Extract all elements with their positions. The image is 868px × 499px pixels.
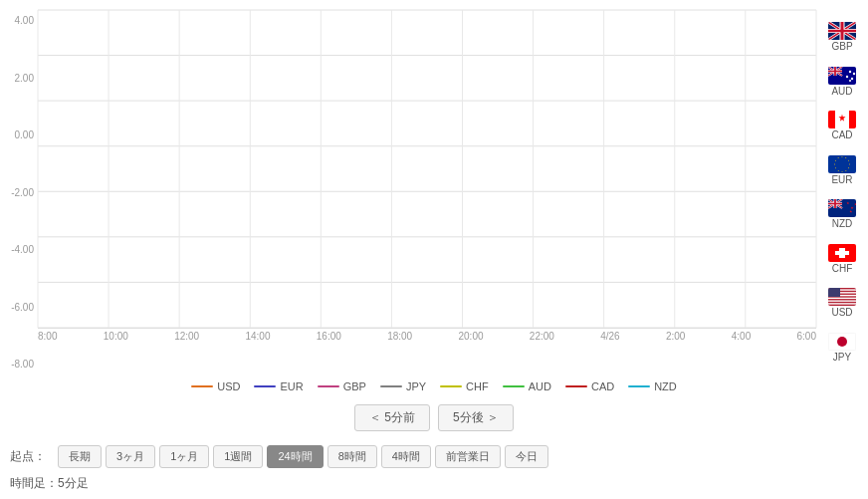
currency-sidebar: GBP xyxy=(816,10,868,374)
nav-buttons-row: ＜ 5分前 5分後 ＞ xyxy=(0,398,868,437)
legend-cad: CAD xyxy=(565,380,614,392)
sidebar-gbp-label: GBP xyxy=(831,41,852,52)
x-label-1: 10:00 xyxy=(104,331,128,342)
period-prev-day[interactable]: 前営業日 xyxy=(435,445,501,468)
legend-nzd-line xyxy=(628,385,650,387)
flag-gbp-icon xyxy=(828,22,856,40)
legend-cad-line xyxy=(565,385,587,387)
svg-rect-48 xyxy=(828,155,856,173)
svg-point-41 xyxy=(846,76,848,78)
x-label-10: 4:00 xyxy=(732,331,751,342)
legend-nzd: NZD xyxy=(628,380,677,392)
x-label-8: 4/26 xyxy=(600,331,619,342)
sidebar-nzd-label: NZD xyxy=(832,218,853,229)
y-label-4: 4.00 xyxy=(0,15,38,26)
legend-cad-label: CAD xyxy=(591,380,614,392)
y-label-n4: -4.00 xyxy=(0,244,38,255)
line-chart xyxy=(38,10,816,328)
flag-chf-icon xyxy=(828,244,856,262)
flag-usd-icon xyxy=(828,288,856,306)
svg-rect-77 xyxy=(835,251,849,255)
period-today[interactable]: 今日 xyxy=(505,445,548,468)
legend-aud: AUD xyxy=(503,380,551,392)
legend-gbp: GBP xyxy=(318,380,366,392)
x-axis: 8:00 10:00 12:00 14:00 16:00 18:00 20:00… xyxy=(0,329,816,342)
bottom-section: 起点： 長期 3ヶ月 1ヶ月 1週間 24時間 8時間 4時間 前営業日 今日 … xyxy=(0,437,868,499)
x-label-11: 6:00 xyxy=(797,331,816,342)
period-8h[interactable]: 8時間 xyxy=(327,445,377,468)
timeframe-row: 時間足：5分足 xyxy=(10,475,858,492)
svg-point-42 xyxy=(851,78,853,80)
y-axis: 4.00 2.00 0.00 -2.00 -4.00 -6.00 -8.00 xyxy=(0,10,38,374)
legend-aud-label: AUD xyxy=(529,380,551,392)
y-label-n6: -6.00 xyxy=(0,302,38,313)
sidebar-usd-label: USD xyxy=(831,307,852,318)
timeframe-label: 時間足：5分足 xyxy=(10,475,89,492)
legend-gbp-line xyxy=(318,385,339,387)
legend-usd-line xyxy=(191,385,213,387)
sidebar-eur-label: EUR xyxy=(831,174,852,185)
period-1w[interactable]: 1週間 xyxy=(213,445,263,468)
legend-chf: CHF xyxy=(440,380,489,392)
legend-aud-line xyxy=(503,385,525,387)
svg-point-40 xyxy=(849,71,851,73)
sidebar-jpy-label: JPY xyxy=(833,352,851,363)
chart-area: 4.00 2.00 0.00 -2.00 -4.00 -6.00 -8.00 xyxy=(0,10,868,374)
x-label-4: 16:00 xyxy=(317,331,341,342)
next-button[interactable]: 5分後 ＞ xyxy=(438,404,514,431)
period-24h[interactable]: 24時間 xyxy=(267,445,323,468)
sidebar-nzd[interactable]: NZD xyxy=(828,199,856,229)
legend-chf-label: CHF xyxy=(466,380,489,392)
period-buttons: 長期 3ヶ月 1ヶ月 1週間 24時間 8時間 4時間 前営業日 今日 xyxy=(58,441,548,472)
legend-usd: USD xyxy=(191,380,240,392)
svg-point-87 xyxy=(837,337,847,347)
y-label-0: 0.00 xyxy=(0,129,38,140)
legend-chf-line xyxy=(440,385,462,387)
period-4h[interactable]: 4時間 xyxy=(381,445,431,468)
sidebar-eur[interactable]: EUR xyxy=(828,155,856,185)
flag-cad-icon xyxy=(828,111,856,128)
sidebar-chf-label: CHF xyxy=(832,263,853,274)
legend-jpy: JPY xyxy=(380,380,426,392)
sidebar-usd[interactable]: USD xyxy=(828,288,856,318)
flag-aud-icon xyxy=(828,67,856,85)
flag-eur-icon xyxy=(828,155,856,173)
x-label-6: 20:00 xyxy=(459,331,484,342)
legend-gbp-label: GBP xyxy=(343,380,366,392)
sidebar-chf[interactable]: CHF xyxy=(828,244,856,274)
x-label-9: 2:00 xyxy=(666,331,685,342)
sidebar-aud[interactable]: AUD xyxy=(828,67,856,97)
svg-point-43 xyxy=(853,73,855,75)
svg-rect-82 xyxy=(828,298,856,299)
y-label-n2: -2.00 xyxy=(0,187,38,198)
legend-usd-label: USD xyxy=(217,380,240,392)
x-label-5: 18:00 xyxy=(387,331,412,342)
x-label-7: 22:00 xyxy=(530,331,554,342)
period-long[interactable]: 長期 xyxy=(58,445,102,468)
prev-button[interactable]: ＜ 5分前 xyxy=(354,404,430,431)
svg-rect-83 xyxy=(828,301,856,302)
x-label-3: 14:00 xyxy=(245,331,270,342)
legend-nzd-label: NZD xyxy=(654,380,677,392)
legend-jpy-label: JPY xyxy=(406,380,426,392)
period-1m[interactable]: 1ヶ月 xyxy=(159,445,209,468)
main-container: 4.00 2.00 0.00 -2.00 -4.00 -6.00 -8.00 xyxy=(0,0,868,499)
sidebar-jpy[interactable]: JPY xyxy=(828,333,856,363)
x-label-2: 12:00 xyxy=(174,331,199,342)
period-row: 起点： 長期 3ヶ月 1ヶ月 1週間 24時間 8時間 4時間 前営業日 今日 xyxy=(10,441,858,472)
svg-point-44 xyxy=(849,80,851,82)
legend-jpy-line xyxy=(380,385,402,387)
flag-jpy-icon xyxy=(828,333,856,351)
period-3m[interactable]: 3ヶ月 xyxy=(106,445,155,468)
legend-eur-label: EUR xyxy=(280,380,303,392)
legend-eur-line xyxy=(254,385,276,387)
sidebar-aud-label: AUD xyxy=(831,86,852,97)
x-label-0: 8:00 xyxy=(38,331,57,342)
svg-rect-84 xyxy=(828,303,856,304)
chart-legend: USD EUR GBP JPY CHF AUD CAD NZD xyxy=(0,374,868,398)
sidebar-cad[interactable]: CAD xyxy=(828,111,856,140)
sidebar-gbp[interactable]: GBP xyxy=(828,22,856,52)
period-label: 起点： xyxy=(10,448,54,465)
legend-eur: EUR xyxy=(254,380,303,392)
y-label-n8: -8.00 xyxy=(0,359,38,370)
